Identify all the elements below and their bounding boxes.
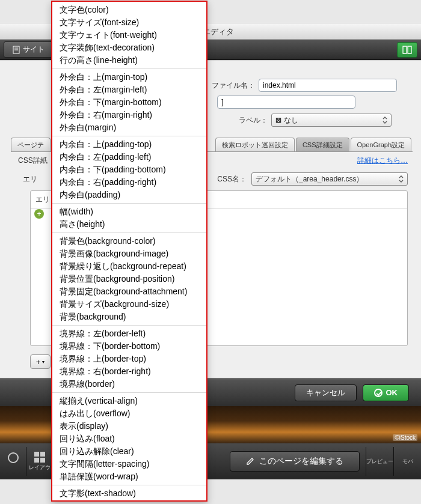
cancel-button[interactable]: キャンセル <box>295 384 357 401</box>
dropdown-group: 内余白：上(padding-top)内余白：左(padding-left)内余白… <box>52 136 206 203</box>
preview-label: プレビュー <box>366 458 393 466</box>
grid-icon <box>34 452 45 463</box>
tab-css-detail[interactable]: CSS詳細設定 <box>296 138 349 151</box>
dropdown-item[interactable]: 内余白：上(padding-top) <box>52 138 206 151</box>
dropdown-item[interactable]: 背景画像(background-image) <box>52 247 206 260</box>
ok-button[interactable]: OK <box>363 384 410 401</box>
tab-page[interactable]: ページテ <box>11 138 51 151</box>
add-property-button[interactable]: + ▾ <box>30 354 51 369</box>
dropdown-item[interactable]: 背景色(background-color) <box>52 235 206 247</box>
dropdown-group: 背景色(background-color)背景画像(background-ima… <box>52 232 206 325</box>
dropdown-item[interactable]: 文字装飾(text-decoration) <box>52 41 206 54</box>
pencil-icon <box>246 457 254 466</box>
dropdown-group: 外余白：上(margin-top)外余白：左(margin-left)外余白：下… <box>52 68 206 136</box>
layout-label: レイアウ <box>29 464 51 472</box>
secondary-input[interactable] <box>217 96 355 109</box>
site-tab-label: サイト <box>23 44 45 55</box>
dropdown-item[interactable]: ボックス影(box-shadow) <box>52 500 206 502</box>
dropdown-item[interactable]: 文字影(text-shadow) <box>52 487 206 500</box>
plus-label: + <box>36 357 41 366</box>
area-label: エリ <box>23 174 37 184</box>
label-select-value: なし <box>284 115 298 126</box>
css-property-dropdown[interactable]: 文字色(color)文字サイズ(font-size)文字ウェイト(font-we… <box>51 1 207 502</box>
dropdown-item[interactable]: 内余白：左(padding-left) <box>52 151 206 163</box>
css-section-label: CSS詳紙 <box>18 156 48 166</box>
cssname-select-value: デフォルト（_area_header.css） <box>256 174 363 184</box>
dropdown-item[interactable]: 幅(width) <box>52 205 206 218</box>
dropdown-item[interactable]: 背景(background) <box>52 311 206 323</box>
none-mark-icon: ⊠ <box>275 116 281 124</box>
edit-page-button[interactable]: このページを編集する <box>230 451 360 472</box>
dropdown-item[interactable]: 外余白：上(margin-top) <box>52 71 206 83</box>
cssname-select[interactable]: デフォルト（_area_header.css） <box>251 172 408 186</box>
dropdown-item[interactable]: 境界線：下(border-bottom) <box>52 340 206 353</box>
label-row: ラベル： ⊠ なし <box>239 114 410 127</box>
label-select[interactable]: ⊠ なし <box>271 114 392 127</box>
preview-nav-button[interactable]: プレビュー <box>366 447 393 476</box>
dropdown-item[interactable]: 背景固定(background-attachment) <box>52 285 206 298</box>
dropdown-item[interactable]: 内余白(padding) <box>52 189 206 201</box>
dropdown-item[interactable]: 背景繰り返し(background-repeat) <box>52 260 206 273</box>
dropdown-item[interactable]: 内余白：下(padding-bottom) <box>52 163 206 176</box>
page-icon <box>13 46 20 54</box>
dropdown-group: 縦揃え(vertical-align)はみ出し(overflow)表示(disp… <box>52 392 206 485</box>
filename-row: ファイル名： <box>212 79 410 92</box>
dropdown-item[interactable]: 境界線：右(border-right) <box>52 365 206 378</box>
mobile-label: モバ <box>402 458 413 466</box>
detail-link[interactable]: 詳細はこちら… <box>357 156 408 166</box>
filename-label: ファイル名： <box>212 80 255 91</box>
dropdown-item[interactable]: 表示(display) <box>52 420 206 433</box>
filename-input[interactable] <box>259 79 397 92</box>
dropdown-item[interactable]: 回り込み(float) <box>52 433 206 445</box>
add-rule-icon[interactable]: + <box>34 209 44 219</box>
chevron-updown-icon <box>398 175 405 183</box>
dropdown-group: 文字色(color)文字サイズ(font-size)文字ウェイト(font-we… <box>52 2 206 68</box>
tab-opengraph[interactable]: OpenGraph設定 <box>351 138 411 151</box>
dropdown-item[interactable]: 行の高さ(line-height) <box>52 54 206 67</box>
dropdown-item[interactable]: 外余白：右(margin-right) <box>52 109 206 121</box>
triangle-down-icon: ▾ <box>42 359 45 365</box>
dropdown-item[interactable]: 外余白(margin) <box>52 121 206 134</box>
dropdown-group: 境界線：左(border-left)境界線：下(border-bottom)境界… <box>52 325 206 392</box>
dropdown-item[interactable]: 外余白：下(margin-bottom) <box>52 96 206 109</box>
dropdown-item[interactable]: 回り込み解除(clear) <box>52 445 206 458</box>
dropdown-item[interactable]: 文字色(color) <box>52 4 206 16</box>
dropdown-item[interactable]: 外余白：左(margin-left) <box>52 83 206 96</box>
dropdown-item[interactable]: 高さ(height) <box>52 218 206 231</box>
dropdown-item[interactable]: 背景位置(background-position) <box>52 273 206 285</box>
dropdown-item[interactable]: はみ出し(overflow) <box>52 407 206 420</box>
book-button[interactable] <box>397 42 417 58</box>
tab-robots[interactable]: 検索ロボット巡回設定 <box>215 138 295 151</box>
dropdown-item[interactable]: 縦揃え(vertical-align) <box>52 395 206 407</box>
dropdown-group: 幅(width)高さ(height) <box>52 203 206 232</box>
dropdown-item[interactable]: 境界線：左(border-left) <box>52 327 206 340</box>
label-label: ラベル： <box>239 115 268 126</box>
cssname-label: CSS名： <box>217 174 247 184</box>
chevron-updown-icon <box>381 117 389 124</box>
dropdown-item[interactable]: 背景サイズ(background-size) <box>52 298 206 311</box>
dropdown-item[interactable]: 内余白：右(padding-right) <box>52 176 206 189</box>
check-icon <box>374 389 383 397</box>
secondary-row <box>212 96 410 109</box>
settings-nav-button[interactable] <box>0 447 26 476</box>
dropdown-item[interactable]: 文字サイズ(font-size) <box>52 16 206 29</box>
dropdown-item[interactable]: 文字ウェイト(font-weight) <box>52 29 206 41</box>
dropdown-item[interactable]: 境界線(border) <box>52 378 206 390</box>
mobile-nav-button[interactable]: モバ <box>393 447 421 476</box>
layout-nav-button[interactable]: レイアウ <box>26 447 53 476</box>
dropdown-group: 文字影(text-shadow)ボックス影(box-shadow)角丸(bord… <box>52 485 206 502</box>
secondary-label <box>212 98 214 106</box>
dropdown-item[interactable]: 境界線：上(border-top) <box>52 353 206 365</box>
gear-icon <box>8 452 19 463</box>
book-icon <box>402 46 412 54</box>
site-tab[interactable]: サイト <box>4 41 54 58</box>
image-credit: ©iStock <box>393 434 417 441</box>
dropdown-item[interactable]: 文字間隔(letter-spacing) <box>52 458 206 470</box>
dropdown-item[interactable]: 単語保護(word-wrap) <box>52 470 206 483</box>
